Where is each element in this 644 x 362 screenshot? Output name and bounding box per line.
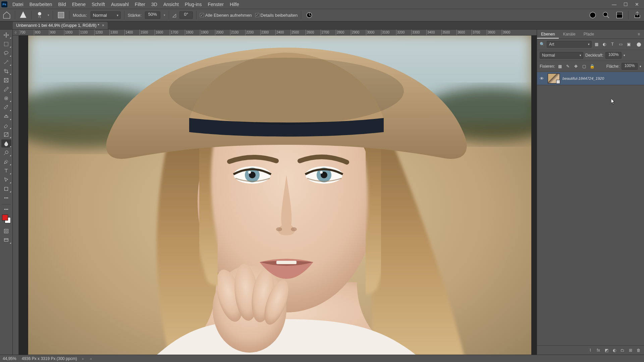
document-dimensions[interactable]: 4936 Px x 3319 Px (300 ppcm) <box>22 356 77 361</box>
edit-toolbar[interactable] <box>1 207 11 212</box>
type-tool[interactable] <box>1 167 11 175</box>
workspace-icon[interactable] <box>615 10 624 20</box>
delete-layer-icon[interactable]: 🗑 <box>636 348 641 353</box>
color-swatches[interactable] <box>2 215 11 223</box>
status-bar: 44,95% 4936 Px x 3319 Px (300 ppcm) ▸ ◂ <box>0 355 644 362</box>
layer-item[interactable]: 👁 beautiful-1844724_1920 <box>537 72 644 85</box>
menu-filter[interactable]: Filter <box>132 0 148 9</box>
marquee-tool[interactable] <box>1 40 11 48</box>
svg-rect-17 <box>5 187 8 190</box>
frame-tool[interactable] <box>1 76 11 84</box>
pen-tool[interactable] <box>1 158 11 166</box>
adjustment-layer-icon[interactable]: ◐ <box>612 348 617 353</box>
sample-all-layers-checkbox[interactable]: ✓Alle Ebenen aufnehmen <box>200 13 252 18</box>
more-tools[interactable] <box>1 194 11 202</box>
ruler-origin[interactable]: 0 <box>13 29 19 36</box>
eraser-tool[interactable] <box>1 121 11 129</box>
angle-input[interactable]: 0° <box>179 11 193 19</box>
dodge-tool[interactable] <box>1 148 11 157</box>
opacity-input[interactable]: 100% <box>605 52 622 59</box>
filter-type-icon[interactable]: T <box>610 42 615 47</box>
menu-3d[interactable]: 3D <box>148 0 160 9</box>
angle-icon[interactable]: ◿ <box>172 12 176 18</box>
share-icon[interactable] <box>633 10 642 20</box>
vertical-ruler[interactable] <box>13 36 19 355</box>
new-layer-icon[interactable]: ⊞ <box>628 348 633 353</box>
lock-position-icon[interactable]: ✥ <box>573 64 579 69</box>
cloud-docs-icon[interactable] <box>588 10 597 20</box>
layer-visibility-icon[interactable]: 👁 <box>540 76 545 81</box>
window-close-button[interactable]: ✕ <box>631 0 643 9</box>
tab-ebenen[interactable]: Ebenen <box>537 29 559 39</box>
svg-rect-24 <box>4 229 8 233</box>
crop-tool[interactable] <box>1 67 11 75</box>
gradient-tool[interactable] <box>1 130 11 138</box>
tab-kanaele[interactable]: Kanäle <box>559 29 579 39</box>
layer-name[interactable]: beautiful-1844724_1920 <box>562 76 604 80</box>
clone-stamp-tool[interactable] <box>1 112 11 120</box>
ruler-tick: 2800 <box>336 29 351 35</box>
menu-schrift[interactable]: Schrift <box>89 0 108 9</box>
strength-input[interactable]: 50% <box>145 11 160 19</box>
menu-auswahl[interactable]: Auswahl <box>108 0 132 9</box>
filter-toggle-icon[interactable]: ⬤ <box>636 42 641 47</box>
document-tab-title: Unbenannt-1 bei 44,9% (Gruppe 1, RGB/8) … <box>16 23 99 28</box>
filter-pixel-icon[interactable]: ▦ <box>594 42 599 47</box>
panel-menu-icon[interactable]: ≡ <box>634 29 644 39</box>
menu-fenster[interactable]: Fenster <box>205 0 226 9</box>
horizontal-ruler[interactable]: 7008009001000110012001300140015001600170… <box>19 29 537 36</box>
move-tool[interactable] <box>1 31 11 39</box>
foreground-color-swatch[interactable] <box>2 215 8 221</box>
layer-mask-icon[interactable]: ◩ <box>604 348 609 353</box>
tab-pfade[interactable]: Pfade <box>580 29 598 39</box>
lock-all-icon[interactable]: 🔒 <box>589 64 595 69</box>
menu-bearbeiten[interactable]: Bearbeiten <box>26 0 55 9</box>
search-icon[interactable] <box>601 10 611 20</box>
quick-mask-tool[interactable] <box>1 227 11 235</box>
menu-bild[interactable]: Bild <box>55 0 69 9</box>
brush-settings-icon[interactable] <box>56 10 66 20</box>
menu-plugins[interactable]: Plug-ins <box>182 0 205 9</box>
blend-mode-select[interactable]: Normal <box>540 52 583 59</box>
lock-artboard-icon[interactable]: ▢ <box>581 64 587 69</box>
layer-filter-select[interactable]: Art <box>547 41 592 48</box>
lock-transparent-icon[interactable]: ▩ <box>557 64 562 69</box>
path-selection-tool[interactable] <box>1 176 11 184</box>
menu-hilfe[interactable]: Hilfe <box>227 0 242 9</box>
lock-paint-icon[interactable]: ✎ <box>565 64 571 69</box>
fill-input[interactable]: 100% <box>622 63 638 70</box>
document-tab[interactable]: Unbenannt-1 bei 44,9% (Gruppe 1, RGB/8) … <box>13 22 108 29</box>
tool-preset-icon[interactable] <box>18 10 28 20</box>
fill-label: Fläche: <box>606 64 620 69</box>
brush-tool[interactable] <box>1 103 11 111</box>
status-disclosure-icon[interactable]: ▸ <box>82 356 84 361</box>
link-layers-icon[interactable]: ⌇ <box>588 348 593 353</box>
lasso-tool[interactable] <box>1 49 11 57</box>
menu-ansicht[interactable]: Ansicht <box>160 0 182 9</box>
document-canvas[interactable] <box>19 36 537 355</box>
layer-thumbnail[interactable] <box>548 73 560 83</box>
menu-datei[interactable]: Datei <box>9 0 26 9</box>
magic-wand-tool[interactable] <box>1 58 11 66</box>
close-tab-icon[interactable]: × <box>102 23 104 28</box>
mode-select[interactable]: Normal <box>91 11 121 19</box>
layer-group-icon[interactable]: 🗀 <box>620 348 625 353</box>
shape-tool[interactable] <box>1 185 11 193</box>
filter-smart-icon[interactable]: ▣ <box>626 42 631 47</box>
brush-preset-icon[interactable]: 71 <box>35 10 44 20</box>
pressure-icon[interactable] <box>305 10 314 20</box>
window-minimize-button[interactable]: — <box>608 0 620 9</box>
home-icon[interactable] <box>2 10 11 20</box>
eyedropper-tool[interactable] <box>1 85 11 93</box>
healing-brush-tool[interactable] <box>1 94 11 102</box>
window-restore-button[interactable]: ☐ <box>620 0 631 9</box>
filter-shape-icon[interactable]: ▭ <box>618 42 623 47</box>
zoom-level[interactable]: 44,95% <box>3 356 16 361</box>
filter-adjust-icon[interactable]: ◐ <box>602 42 607 47</box>
menu-ebene[interactable]: Ebene <box>69 0 89 9</box>
protect-details-checkbox[interactable]: ✓Details beibehalten <box>255 13 298 18</box>
screen-mode-tool[interactable] <box>1 236 11 244</box>
blur-tool[interactable] <box>1 139 11 147</box>
layer-fx-icon[interactable]: fx <box>596 348 601 353</box>
ruler-tick: 2900 <box>351 29 366 35</box>
